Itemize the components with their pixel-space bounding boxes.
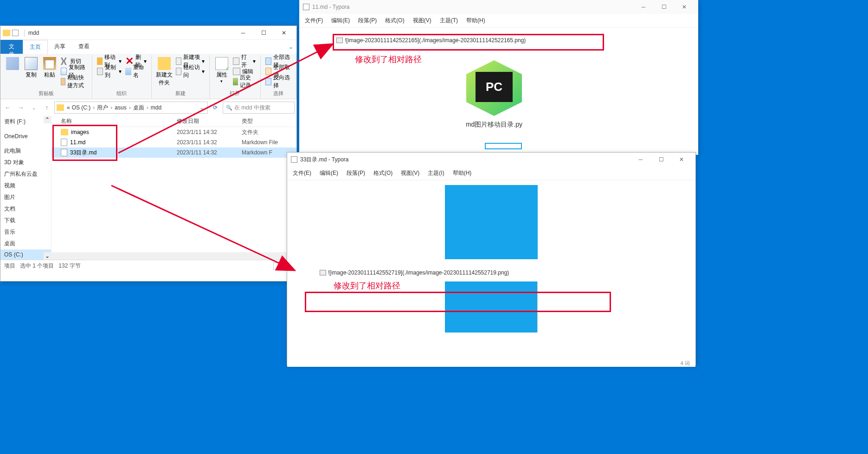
open-button[interactable]: 打开▾ bbox=[231, 56, 257, 66]
markdown-line[interactable]: ![image-20230111142552719](./images/imag… bbox=[320, 269, 686, 276]
tab-share[interactable]: 共享 bbox=[48, 40, 72, 54]
crumb[interactable]: 用户 bbox=[96, 104, 109, 112]
refresh-button[interactable]: ⟳ bbox=[210, 104, 221, 111]
file-row[interactable]: 11.md 2023/1/11 14:32 Markdown File bbox=[51, 137, 296, 147]
menu-theme[interactable]: 主题(T) bbox=[439, 16, 459, 26]
nav-forward-button[interactable]: → bbox=[15, 102, 26, 113]
file-row-selected[interactable]: 33目录.md 2023/1/11 14:32 Markdown F bbox=[51, 147, 296, 158]
sidebar-item[interactable]: 广州私有云盘 bbox=[0, 168, 51, 180]
status-size: 132 字节 bbox=[58, 262, 80, 270]
crumb[interactable]: mdd bbox=[150, 104, 162, 111]
markdown-line[interactable]: ![image-20230111142522165](./images/imag… bbox=[336, 37, 689, 44]
pastelink-button[interactable]: 粘贴快捷方式 bbox=[59, 77, 89, 87]
close-button[interactable]: ✕ bbox=[674, 0, 694, 13]
search-input[interactable]: 在 mdd 中搜索 bbox=[223, 102, 295, 114]
minimize-button[interactable]: ─ bbox=[630, 153, 651, 166]
column-type[interactable]: 类型 bbox=[242, 117, 296, 125]
column-date[interactable]: 修改日期 bbox=[177, 117, 242, 125]
rename-button[interactable]: 重命名 bbox=[123, 66, 148, 77]
typora-window-2: 33目录.md - Typora ─ ☐ ✕ 文件(E) 编辑(E) 段落(P)… bbox=[287, 152, 696, 365]
status-bar: 项目 选中 1 个项目 132 字节 bbox=[0, 260, 296, 272]
view-details-button[interactable] bbox=[273, 262, 283, 270]
address-dropdown[interactable]: ⌄ bbox=[198, 104, 206, 111]
typora1-editor[interactable]: ![image-20230111142522165](./images/imag… bbox=[299, 28, 698, 155]
menu-help[interactable]: 帮助(H) bbox=[452, 168, 473, 178]
tab-view[interactable]: 查看 bbox=[72, 40, 96, 54]
typora1-menubar: 文件(F) 编辑(E) 段落(P) 格式(O) 视图(V) 主题(T) 帮助(H… bbox=[299, 14, 698, 28]
maximize-button[interactable]: ☐ bbox=[654, 0, 674, 13]
tab-file[interactable]: 文件 bbox=[0, 40, 23, 54]
menu-edit[interactable]: 编辑(E) bbox=[319, 168, 339, 178]
content-image-bottom bbox=[445, 281, 538, 333]
file-caption: md图片移动目录.py bbox=[461, 121, 527, 129]
group-label-clipboard: 剪贴板 bbox=[39, 90, 54, 98]
history-button[interactable]: 历史记录 bbox=[231, 77, 257, 87]
ribbon-collapse-button[interactable]: ⌄ bbox=[285, 40, 296, 54]
file-list: 名称 修改日期 类型 images 2023/1/11 14:32 文件夹 11… bbox=[51, 116, 296, 260]
nav-up-button[interactable]: ↑ bbox=[41, 102, 52, 113]
menu-file[interactable]: 文件(E) bbox=[292, 168, 312, 178]
pin-button[interactable]: 固定到快速访问 bbox=[3, 56, 22, 90]
copy-button[interactable]: 复制 bbox=[22, 56, 40, 90]
window-title: 33目录.md - Typora bbox=[300, 156, 630, 164]
crumb[interactable]: asus bbox=[114, 104, 127, 111]
sidebar-item[interactable]: 3D 对象 bbox=[0, 157, 51, 168]
menu-format[interactable]: 格式(O) bbox=[384, 16, 405, 26]
sidebar-item[interactable]: 视频 bbox=[0, 180, 51, 192]
pycharm-icon[interactable]: PC bbox=[466, 60, 522, 116]
copyto-button[interactable]: 复制到▾ bbox=[95, 66, 123, 77]
typora2-editor[interactable]: 修改到了相对路径 ![image-20230111142552719](./im… bbox=[287, 180, 695, 367]
selectinvert-button[interactable]: 反向选择 bbox=[264, 77, 293, 87]
menu-theme[interactable]: 主题(I) bbox=[427, 168, 445, 178]
typora1-titlebar[interactable]: 11.md - Typora ─ ☐ ✕ bbox=[299, 0, 698, 14]
menu-view[interactable]: 视图(V) bbox=[400, 168, 420, 178]
horizontal-scrollbar[interactable] bbox=[51, 252, 296, 260]
menu-paragraph[interactable]: 段落(P) bbox=[357, 16, 378, 26]
address-bar[interactable]: « OS (C:)› 用户› asus› 桌面› mdd ⌄ bbox=[54, 102, 208, 114]
sidebar-item[interactable]: 下载 bbox=[0, 215, 51, 226]
close-button[interactable]: ✕ bbox=[274, 26, 294, 39]
crumb[interactable]: OS (C:) bbox=[71, 104, 92, 111]
close-button[interactable]: ✕ bbox=[671, 153, 692, 166]
menu-edit[interactable]: 编辑(E) bbox=[330, 16, 351, 26]
column-name[interactable]: 名称 bbox=[51, 117, 177, 125]
minimize-button[interactable]: ─ bbox=[633, 0, 654, 13]
scroll-up-button[interactable]: ⌃ bbox=[44, 116, 51, 123]
properties-button[interactable]: 属性▾ bbox=[212, 56, 231, 90]
selection-box bbox=[485, 143, 522, 149]
explorer-titlebar[interactable]: mdd ─ ☐ ✕ bbox=[0, 26, 296, 40]
word-count[interactable]: 4 词 bbox=[681, 360, 690, 367]
file-row-folder[interactable]: images 2023/1/11 14:32 文件夹 bbox=[51, 127, 296, 137]
explorer-navbar: ← → ⌄ ↑ « OS (C:)› 用户› asus› 桌面› mdd ⌄ ⟳… bbox=[0, 99, 296, 116]
content-image-top bbox=[445, 185, 538, 259]
scroll-down-button[interactable]: ⌄ bbox=[44, 252, 51, 260]
sidebar-item[interactable]: 图片 bbox=[0, 192, 51, 203]
typora-window-1: 11.md - Typora ─ ☐ ✕ 文件(F) 编辑(E) 段落(P) 格… bbox=[299, 0, 698, 153]
crumb[interactable]: 桌面 bbox=[132, 104, 145, 112]
newfolder-button[interactable]: 新建文件夹 bbox=[154, 56, 174, 90]
easyaccess-button[interactable]: 轻松访问▾ bbox=[174, 66, 206, 77]
menu-view[interactable]: 视图(V) bbox=[412, 16, 432, 26]
menu-paragraph[interactable]: 段落(P) bbox=[346, 168, 366, 178]
minimize-button[interactable]: ─ bbox=[233, 26, 253, 39]
sidebar-item[interactable]: 此电脑 bbox=[0, 145, 51, 157]
typora2-titlebar[interactable]: 33目录.md - Typora ─ ☐ ✕ bbox=[287, 153, 695, 166]
menu-file[interactable]: 文件(F) bbox=[304, 16, 324, 26]
nav-back-button[interactable]: ← bbox=[2, 102, 13, 113]
nav-recent-button[interactable]: ⌄ bbox=[28, 102, 39, 113]
sidebar-item[interactable]: 音乐 bbox=[0, 226, 51, 238]
sidebar-item[interactable]: 文档 bbox=[0, 203, 51, 215]
sidebar-item[interactable]: 桌面 bbox=[0, 238, 51, 249]
menu-format[interactable]: 格式(O) bbox=[373, 168, 393, 178]
explorer-sidebar[interactable]: ⌃ 资料 (F:) OneDrive 此电脑 3D 对象 广州私有云盘 视频 图… bbox=[0, 116, 51, 260]
paste-button[interactable]: 粘贴 bbox=[40, 56, 59, 90]
typora-icon bbox=[303, 4, 309, 10]
tab-home[interactable]: 主页 bbox=[23, 40, 48, 54]
maximize-button[interactable]: ☐ bbox=[253, 26, 274, 39]
typora-icon bbox=[291, 156, 297, 163]
maximize-button[interactable]: ☐ bbox=[651, 153, 671, 166]
image-placeholder-icon bbox=[336, 38, 343, 43]
sidebar-item[interactable]: OneDrive bbox=[0, 131, 51, 141]
folder-icon bbox=[61, 129, 68, 135]
menu-help[interactable]: 帮助(H) bbox=[465, 16, 486, 26]
